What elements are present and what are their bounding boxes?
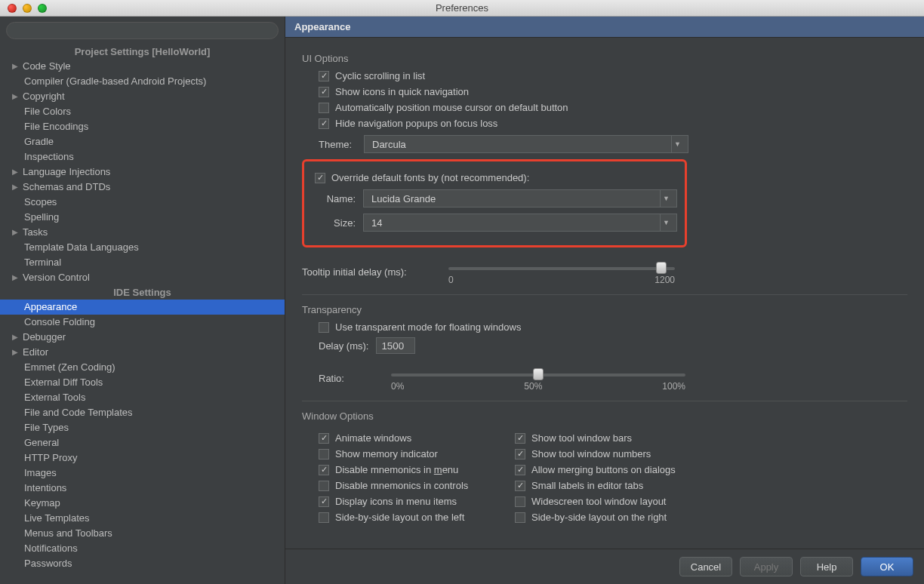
tree-item-label: Debugger [23,330,66,344]
checkbox-icons-quicknav[interactable] [319,87,329,97]
cancel-button[interactable]: Cancel [679,557,732,576]
checkbox-widescreen[interactable] [515,496,525,507]
help-button[interactable]: Help [800,557,853,576]
font-name-combo[interactable]: Lucida Grande ▼ [363,189,677,207]
label-sbs-right: Side-by-side layout on the right [531,512,667,523]
tree-item[interactable]: Gradle [0,134,285,149]
button-bar: Cancel Apply Help OK [285,549,924,584]
tree-item-label: Console Folding [24,315,95,329]
tree-item[interactable]: Scopes [0,195,285,210]
tooltip-delay-slider[interactable]: 0 1200 [448,260,675,284]
tree-item[interactable]: File Encodings [0,119,285,134]
tree-item-label: Editor [23,346,48,359]
tree-item[interactable]: HTTP Proxy [0,450,285,466]
tree-item[interactable]: Inspections [0,149,285,164]
tree-item-label: Language Injections [23,165,110,179]
checkbox-auto-cursor[interactable] [319,103,329,113]
checkbox-cyclic-scrolling[interactable] [319,71,329,81]
tree-item[interactable]: ▶Schemas and DTDs [0,180,285,195]
font-size-value: 14 [371,217,382,229]
tree-item[interactable]: Keymap [0,496,285,511]
checkbox-memory-indicator[interactable] [319,449,329,460]
ratio-slider[interactable]: 0% 50% 100% [391,366,685,390]
tree-item[interactable]: External Tools [0,390,285,405]
label-icons-quicknav: Show icons in quick navigation [335,86,469,97]
chevron-right-icon: ▶ [12,90,20,103]
checkbox-animate-windows[interactable] [319,433,329,444]
checkbox-mnemonics-menu[interactable] [319,465,329,475]
ratio-max: 100% [662,381,685,392]
tree-item[interactable]: Template Data Languages [0,240,285,255]
settings-tree[interactable]: Project Settings [HelloWorld] ▶Code Styl… [0,45,285,584]
ratio-min: 0% [391,381,404,392]
checkbox-small-labels[interactable] [515,481,525,491]
checkbox-show-bars[interactable] [515,433,525,444]
tree-item[interactable]: Emmet (Zen Coding) [0,360,285,375]
tree-item[interactable]: ▶Language Injections [0,164,285,180]
checkbox-transparent-mode[interactable] [319,322,329,333]
ratio-label: Ratio: [319,373,373,384]
tree-item-label: File and Code Templates [24,406,133,420]
chevron-right-icon: ▶ [12,60,20,73]
chevron-right-icon: ▶ [12,180,20,194]
font-size-combo[interactable]: 14 ▼ [363,214,677,232]
tree-item[interactable]: General [0,435,285,450]
tree-item[interactable]: ▶Version Control [0,270,285,285]
tree-item[interactable]: Console Folding [0,315,285,330]
separator [302,401,907,401]
checkbox-hide-popups[interactable] [319,118,329,129]
tree-item[interactable]: Appearance [0,300,285,315]
checkbox-allow-merge[interactable] [515,465,525,475]
tree-item-label: Keymap [24,496,60,510]
checkbox-sbs-left[interactable] [319,512,329,523]
delay-field[interactable] [376,337,415,354]
tree-item[interactable]: File Colors [0,104,285,119]
ok-button[interactable]: OK [861,557,913,576]
panel-body: UI Options Cyclic scrolling in list Show… [285,38,924,549]
label-icons-menu-items: Display icons in menu items [335,496,457,507]
tree-item-label: Spelling [24,211,59,224]
checkbox-sbs-right[interactable] [515,512,525,523]
tree-item-label: Terminal [24,256,61,269]
apply-button[interactable]: Apply [740,557,793,576]
tree-item[interactable]: Notifications [0,541,285,556]
checkbox-icons-menu-items[interactable] [319,496,329,507]
tree-item[interactable]: Menus and Toolbars [0,526,285,541]
tree-item-label: Passwords [24,557,72,570]
section-project-settings: Project Settings [HelloWorld] [0,45,285,59]
tree-item[interactable]: Intentions [0,481,285,496]
checkbox-show-numbers[interactable] [515,449,525,460]
tree-item-label: Schemas and DTDs [23,180,110,194]
close-window-icon[interactable] [8,4,17,13]
tree-item[interactable]: Live Templates [0,511,285,526]
group-window-options: Window Options [302,410,907,422]
search-input[interactable] [6,22,279,39]
tree-item[interactable]: File and Code Templates [0,405,285,420]
tree-item[interactable]: Compiler (Gradle-based Android Projects) [0,74,285,89]
tree-item-label: Images [24,466,57,480]
tree-item[interactable]: Images [0,466,285,481]
tree-item[interactable]: ▶Copyright [0,89,285,104]
tree-item[interactable]: External Diff Tools [0,375,285,390]
section-ide-settings: IDE Settings [0,285,285,300]
tree-item[interactable]: Spelling [0,210,285,225]
tree-item[interactable]: ▶Code Style [0,59,285,74]
tree-item[interactable]: Terminal [0,255,285,270]
checkbox-override-fonts[interactable] [315,173,325,183]
checkbox-mnemonics-controls[interactable] [319,481,329,491]
tree-item-label: External Tools [24,391,85,404]
chevron-right-icon: ▶ [12,271,20,284]
label-hide-popups: Hide navigation popups on focus loss [335,118,497,129]
tree-item[interactable]: ▶Tasks [0,225,285,240]
tree-item[interactable]: File Types [0,420,285,435]
tree-item[interactable]: Passwords [0,556,285,571]
tree-item[interactable]: ▶Editor [0,345,285,360]
tree-item-label: Version Control [23,271,90,284]
tree-item-label: File Colors [24,105,71,118]
theme-combo[interactable]: Darcula ▼ [364,135,688,153]
zoom-window-icon[interactable] [38,4,47,13]
label-override-fonts: Override default fonts by (not recommend… [331,172,529,183]
minimize-window-icon[interactable] [23,4,32,13]
tree-item[interactable]: ▶Debugger [0,330,285,345]
label-small-labels: Small labels in editor tabs [531,480,643,491]
